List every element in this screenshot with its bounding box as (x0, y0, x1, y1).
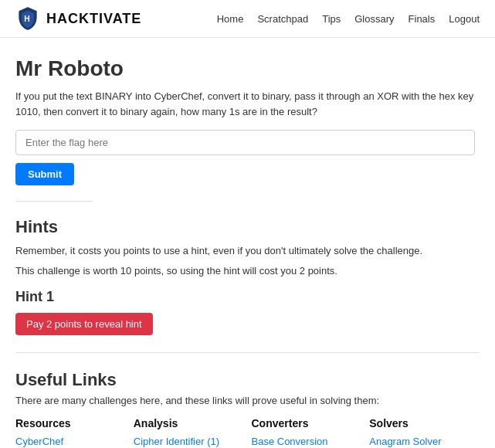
submit-button[interactable]: Submit (15, 163, 74, 185)
links-grid: ResourcesCyberChefASCII TableAnalysisCip… (15, 417, 480, 448)
links-col-1: AnalysisCipher Identifier (1)Cipher Iden… (134, 417, 244, 448)
hints-note-1: Remember, it costs you points to use a h… (15, 243, 480, 259)
links-col-header-0: Resources (15, 417, 126, 429)
brand: H HACKTIVATE (15, 6, 141, 31)
hints-note-2: This challenge is worth 10 points, so us… (15, 263, 480, 279)
section-divider-2 (15, 352, 480, 353)
link-1-0[interactable]: Cipher Identifier (1) (134, 436, 244, 447)
nav-tips[interactable]: Tips (322, 13, 341, 25)
reveal-hint-button[interactable]: Pay 2 points to reveal hint (15, 313, 153, 335)
brand-logo-icon: H (15, 6, 40, 31)
links-col-header-3: Solvers (369, 417, 480, 429)
nav-home[interactable]: Home (217, 13, 244, 25)
nav-links: Home Scratchpad Tips Glossary Finals Log… (217, 13, 480, 25)
links-col-0: ResourcesCyberChefASCII Table (15, 417, 126, 448)
challenge-description: If you put the text BINARY into CyberChe… (15, 89, 479, 119)
flag-input[interactable] (15, 130, 475, 155)
useful-links-title: Useful Links (15, 370, 480, 390)
hint-1-title: Hint 1 (15, 289, 480, 305)
useful-links-description: There are many challenges here, and thes… (15, 395, 480, 406)
section-divider-1 (15, 201, 93, 202)
main-content: Mr Roboto If you put the text BINARY int… (0, 38, 495, 448)
hints-section-title: Hints (15, 217, 480, 237)
links-col-3: SolversAnagram SolverCaesar Cipher (369, 417, 480, 448)
links-col-header-2: Converters (252, 417, 362, 429)
brand-name: HACKTIVATE (46, 11, 141, 27)
link-3-0[interactable]: Anagram Solver (369, 436, 480, 447)
nav-scratchpad[interactable]: Scratchpad (257, 13, 308, 25)
links-col-2: ConvertersBase ConversionCommon Calculat… (252, 417, 362, 448)
link-2-0[interactable]: Base Conversion (252, 436, 362, 447)
navbar: H HACKTIVATE Home Scratchpad Tips Glossa… (0, 0, 495, 38)
page-title: Mr Roboto (15, 56, 480, 81)
link-0-0[interactable]: CyberChef (15, 436, 126, 447)
nav-glossary[interactable]: Glossary (354, 13, 394, 25)
nav-finals[interactable]: Finals (409, 13, 436, 25)
nav-logout[interactable]: Logout (449, 13, 480, 25)
svg-text:H: H (24, 15, 30, 23)
links-col-header-1: Analysis (134, 417, 244, 429)
